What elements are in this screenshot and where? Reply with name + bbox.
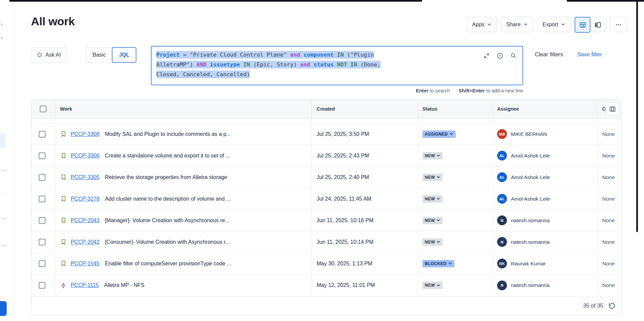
refresh-button[interactable] [608, 302, 616, 310]
issue-key-link[interactable]: PCCP-3308 [71, 131, 99, 137]
sidebar-item[interactable]: ⋯ [1, 215, 6, 222]
sidebar-chevron-icon[interactable]: › [1, 34, 3, 41]
sidebar-item[interactable]: ⋯ [1, 167, 6, 174]
table-row[interactable]: PCCP-1115Alletra MP - NFSMay 12, 2025, 1… [31, 274, 621, 296]
table-row[interactable]: PCCP-3278Add cluster name to the descrip… [31, 188, 621, 210]
jql-line: Project = "Private Cloud Control Plane" … [156, 50, 518, 60]
sidebar-selected-item[interactable] [0, 133, 6, 148]
story-icon [60, 130, 67, 138]
run-search-icon[interactable] [508, 50, 519, 61]
assignee-name: Amol Ashok Lele [511, 174, 550, 180]
status-badge[interactable]: ASSIGNED [422, 130, 456, 138]
syntax-help-icon[interactable]: ? [494, 50, 506, 61]
table-row[interactable]: PCCP-3308Modify SAL and Plugin to includ… [31, 123, 621, 145]
table-row[interactable]: PCCP-3306Create a standalone volume and … [31, 145, 621, 167]
chevron-down-icon [561, 22, 565, 27]
table-row[interactable]: PCCP-2042[Consumer]- Volume Creation wit… [31, 231, 621, 253]
configure-columns-button[interactable] [606, 102, 619, 116]
extra-column-cell: None [597, 123, 621, 145]
hint-enter-text: to search [428, 88, 450, 93]
assignee-name: Raunak Kumar [511, 261, 546, 267]
hint-shift-key: Shift+Enter [459, 88, 485, 93]
detail-view-toggle[interactable] [590, 17, 605, 32]
row-count: 35 of 35 [583, 302, 603, 309]
row-checkbox[interactable] [39, 131, 45, 138]
story-icon [60, 260, 67, 267]
export-button[interactable]: Export [537, 17, 571, 32]
chevron-down-icon [437, 218, 440, 222]
issue-key-link[interactable]: PCCP-3305 [71, 174, 99, 180]
issue-key-link[interactable]: PCCP-1545 [71, 261, 99, 267]
sidebar-item[interactable]: · [1, 191, 2, 196]
status-badge[interactable]: NEW [422, 174, 443, 181]
table-body: PCCP-3308Modify SAL and Plugin to includ… [31, 123, 621, 296]
detail-view-icon [594, 21, 602, 29]
table-row[interactable]: PCCP-2043[Manager]- Volume Creation with… [31, 210, 621, 231]
chevron-down-icon [523, 22, 528, 27]
view-switcher [575, 17, 606, 32]
issue-key-link[interactable]: PCCP-2043 [71, 217, 99, 224]
sidebar-create-button[interactable] [0, 301, 7, 316]
status-badge[interactable]: BLOCKED [422, 260, 454, 267]
status-badge[interactable]: NEW [422, 282, 443, 289]
table-row[interactable]: PCCP-3305Retrieve the storage properties… [31, 167, 621, 188]
toolbar: Apps Share Export [467, 17, 627, 32]
table-row[interactable]: PCCP-1545Enable filter of computeServer … [31, 253, 621, 274]
table-footer: 35 of 35 [31, 296, 621, 315]
svg-text:?: ? [499, 54, 501, 58]
row-checkbox[interactable] [39, 174, 45, 181]
sidebar-divider [14, 2, 14, 320]
ask-ai-button[interactable]: Ask AI [31, 47, 66, 62]
issue-key-link[interactable]: PCCP-2042 [71, 239, 99, 245]
apps-button[interactable]: Apps [467, 17, 497, 32]
issue-key-link[interactable]: PCCP-1115 [71, 282, 99, 288]
created-cell: Jul 24, 2025, 11:45 AM [311, 188, 418, 209]
column-header-clipped[interactable]: C [597, 100, 621, 118]
share-button[interactable]: Share [501, 17, 533, 32]
row-checkbox[interactable] [39, 239, 45, 245]
more-options-button[interactable] [610, 17, 627, 32]
extra-column-cell: None [597, 167, 621, 188]
chevron-down-icon [437, 197, 440, 201]
avatar: N [497, 237, 507, 247]
save-filter-link[interactable]: Save filter [577, 51, 602, 58]
row-checkbox[interactable] [39, 260, 45, 267]
basic-mode-tab[interactable]: Basic [86, 48, 112, 62]
list-view-toggle[interactable] [575, 17, 590, 33]
row-checkbox[interactable] [39, 217, 45, 224]
row-checkbox[interactable] [39, 282, 45, 289]
status-badge[interactable]: NEW [422, 238, 443, 246]
chevron-down-icon [437, 240, 440, 244]
epic-icon [60, 282, 67, 289]
status-badge[interactable]: NEW [422, 195, 443, 203]
issue-summary: Alletra MP - NFS [104, 282, 144, 288]
search-hints: Enter to searchShift+Enter to add a new … [151, 88, 523, 93]
select-all-checkbox[interactable] [40, 106, 46, 112]
expand-editor-icon[interactable] [481, 50, 492, 61]
clear-filters-button[interactable]: Clear filters [535, 51, 563, 58]
sidebar-item[interactable]: ⋯ [1, 242, 6, 249]
column-header-assignee[interactable]: Assignee [493, 100, 597, 118]
status-badge[interactable]: NEW [422, 217, 443, 224]
issue-key-link[interactable]: PCCP-3278 [71, 196, 99, 202]
row-checkbox[interactable] [39, 152, 45, 159]
jql-mode-tab[interactable]: JQL [112, 47, 136, 63]
jql-query-input[interactable]: Project = "Private Cloud Control Plane" … [151, 46, 523, 85]
assignee-name: Amol Ashok Lele [511, 153, 550, 159]
row-checkbox[interactable] [39, 196, 45, 202]
query-mode-switcher: Basic JQL [86, 47, 136, 63]
column-header-created[interactable]: Created [311, 100, 418, 118]
work-items-table: Work Created Status Assignee C PCCP-3308… [31, 99, 621, 315]
sidebar-chevron-icon[interactable]: › [1, 21, 3, 28]
issue-key-link[interactable]: PCCP-3306 [71, 153, 99, 159]
status-badge[interactable]: NEW [422, 152, 443, 159]
story-icon [60, 174, 67, 181]
chevron-down-icon [437, 175, 440, 179]
column-header-work[interactable]: Work [55, 100, 311, 118]
issue-summary: Create a standalone volume and export it… [105, 153, 230, 159]
window-top-edge-right [567, 0, 644, 2]
chevron-down-icon [487, 22, 491, 27]
assignee-name: natesh.somanna [511, 282, 550, 288]
issue-summary: [Consumer]- Volume Creation with Asynchr… [105, 239, 230, 245]
column-header-status[interactable]: Status [418, 100, 493, 118]
